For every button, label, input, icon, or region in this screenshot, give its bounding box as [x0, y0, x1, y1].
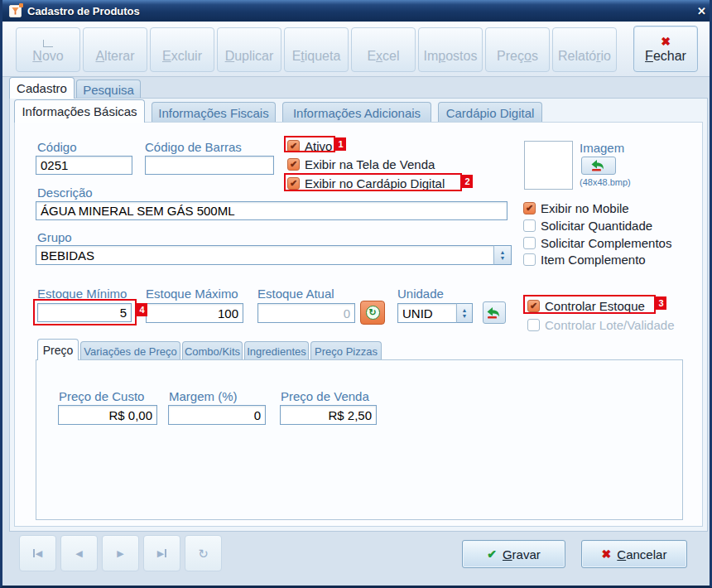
impostos-button[interactable]: Impostos	[418, 27, 483, 72]
descricao-input[interactable]	[36, 201, 508, 220]
margem-input[interactable]	[168, 405, 266, 425]
checkbox-unchecked-icon: ✔	[523, 253, 536, 266]
spinner-down-icon: ▼	[462, 313, 468, 319]
footer-bar: ◀ ◀ ▶ ▶ ↻ ✔ Gravar ✖ Cancelar	[2, 532, 710, 586]
spinner-down-icon: ▼	[500, 255, 506, 261]
preco-custo-input[interactable]	[58, 405, 157, 425]
x-icon: ✖	[602, 547, 612, 561]
imagem-label: Imagem	[580, 141, 624, 155]
checkbox-controlar-lote-validade: ✔ Controlar Lote/Validade	[527, 318, 675, 332]
nav-last-button[interactable]: ▶	[143, 535, 180, 571]
relatorio-button[interactable]: Relatório	[552, 27, 617, 72]
preco-venda-label: Preço de Venda	[281, 389, 369, 403]
checkbox-ativo[interactable]: ✔ Ativo	[287, 139, 332, 153]
check-icon: ✔	[487, 547, 497, 561]
tab-combo-kits[interactable]: Combo/Kits	[182, 341, 243, 360]
tab-preco[interactable]: Preço	[37, 339, 79, 360]
tab-informacoes-fiscais[interactable]: Informações Fiscais	[152, 102, 276, 123]
checkbox-exibir-mobile[interactable]: ✔ Exibir no Mobile	[523, 201, 629, 215]
open-image-icon	[590, 160, 607, 171]
grupo-spinner[interactable]: ▲ ▼	[493, 245, 512, 265]
novo-button[interactable]: Novo	[16, 27, 80, 72]
nav-refresh-button[interactable]: ↻	[185, 535, 222, 571]
etiqueta-button[interactable]: Etiqueta	[284, 27, 349, 72]
preco-custo-label: Preço de Custo	[59, 389, 144, 403]
refresh-records-icon: ↻	[198, 547, 209, 560]
nav-previous-button[interactable]: ◀	[60, 535, 98, 571]
next-record-icon: ▶	[117, 548, 123, 559]
grupo-label: Grupo	[37, 230, 72, 244]
estoque-minimo-label: Estoque Mínimo	[37, 287, 127, 301]
tab-cadastro[interactable]: Cadastro	[9, 77, 75, 99]
tab-variacoes-de-preco[interactable]: Variações de Preço	[80, 341, 180, 360]
codigo-label: Código	[37, 140, 77, 154]
checkbox-unchecked-icon: ✔	[523, 219, 536, 232]
checkbox-checked-icon: ✔	[287, 158, 300, 171]
unidade-input[interactable]	[397, 303, 457, 323]
checkbox-exibir-cardapio-digital[interactable]: ✔ Exibir no Cardápio Digital	[287, 176, 445, 190]
checkbox-checked-icon: ✔	[287, 140, 300, 152]
recalcular-estoque-button[interactable]: ↻	[360, 301, 385, 325]
unidade-spinner[interactable]: ▲ ▼	[456, 303, 473, 323]
checkbox-unchecked-icon: ✔	[527, 319, 540, 331]
codigo-input[interactable]	[36, 156, 132, 175]
previous-record-icon: ◀	[75, 548, 82, 559]
precos-button[interactable]: Preços	[485, 27, 550, 72]
excluir-button[interactable]: Excluir	[150, 27, 214, 72]
preco-panel	[36, 359, 683, 520]
tab-informacoes-adicionais[interactable]: Informações Adicionais	[282, 102, 431, 123]
estoque-atual-input	[257, 303, 355, 323]
margem-label: Margem (%)	[169, 389, 238, 403]
open-unit-icon	[486, 307, 503, 319]
product-image-box	[524, 141, 573, 190]
window-close-icon[interactable]: ✕	[697, 5, 706, 17]
titlebar: Cadastro de Produtos ✕	[2, 0, 712, 22]
image-size-hint: (48x48.bmp)	[580, 177, 631, 187]
estoque-minimo-input[interactable]	[37, 303, 132, 322]
tab-ingredientes[interactable]: Ingredientes	[244, 341, 309, 360]
unidade-label: Unidade	[397, 287, 444, 301]
refresh-icon: ↻	[366, 306, 380, 320]
codigo-barras-label: Código de Barras	[145, 140, 242, 154]
tab-informacoes-basicas[interactable]: Informações Básicas	[14, 99, 145, 123]
tab-pesquisa[interactable]: Pesquisa	[76, 80, 141, 99]
checkbox-solicitar-complementos[interactable]: ✔ Solicitar Complementos	[523, 236, 671, 250]
duplicar-button[interactable]: Duplicar	[217, 27, 281, 72]
unidade-lookup-button[interactable]	[483, 301, 506, 324]
descricao-label: Descrição	[37, 186, 93, 200]
estoque-maximo-input[interactable]	[146, 303, 243, 323]
spinner-up-icon: ▲	[500, 249, 506, 255]
close-x-icon: ✖	[661, 32, 671, 47]
excel-button[interactable]: Excel	[351, 27, 416, 72]
estoque-atual-label: Estoque Atual	[257, 287, 334, 301]
cadastro-de-produtos-window: Cadastro de Produtos ✕ Novo Alterar Excl…	[0, 0, 712, 588]
spinner-up-icon: ▲	[462, 307, 468, 313]
codigo-barras-input[interactable]	[145, 156, 274, 175]
new-record-icon	[43, 32, 53, 47]
first-record-icon	[33, 549, 35, 557]
load-image-button[interactable]	[581, 157, 616, 175]
checkbox-controlar-estoque[interactable]: ✔ Controlar Estoque	[527, 299, 645, 313]
gravar-button[interactable]: ✔ Gravar	[462, 540, 565, 568]
tab-cardapio-digital[interactable]: Cardápio Digital	[438, 102, 542, 123]
estoque-maximo-label: Estoque Máximo	[146, 287, 238, 301]
tab-preco-pizzas[interactable]: Preço Pizzas	[310, 341, 382, 360]
checkbox-solicitar-quantidade[interactable]: ✔ Solicitar Quantidade	[523, 219, 652, 233]
preco-venda-input[interactable]	[280, 405, 377, 425]
nav-next-button[interactable]: ▶	[102, 535, 139, 571]
checkbox-item-complemento[interactable]: ✔ Item Complemento	[523, 253, 646, 267]
checkbox-checked-icon: ✔	[287, 177, 300, 190]
app-icon	[9, 5, 22, 17]
fechar-button[interactable]: ✖ Fechar	[633, 26, 698, 72]
checkbox-checked-icon: ✔	[523, 202, 536, 214]
checkbox-checked-icon: ✔	[527, 300, 540, 312]
toolbar: Novo Alterar Excluir Duplicar Etiqueta E…	[2, 22, 710, 77]
grupo-input[interactable]	[36, 245, 494, 265]
alterar-button[interactable]: Alterar	[83, 27, 147, 72]
checkbox-exibir-tela-venda[interactable]: ✔ Exibir na Tela de Venda	[287, 157, 435, 171]
nav-first-button[interactable]: ◀	[19, 535, 56, 571]
cancelar-button[interactable]: ✖ Cancelar	[581, 540, 687, 568]
checkbox-unchecked-icon: ✔	[523, 237, 536, 249]
window-title: Cadastro de Produtos	[27, 5, 140, 17]
last-record-icon	[165, 549, 166, 557]
